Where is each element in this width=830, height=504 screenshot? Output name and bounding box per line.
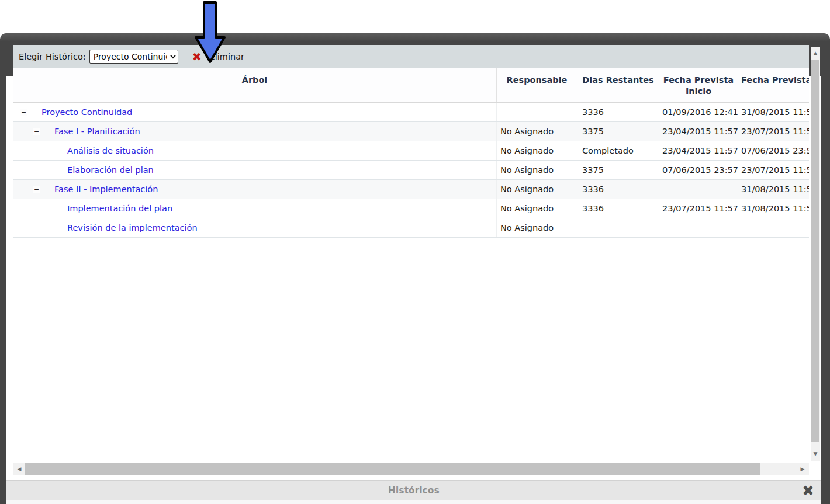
historico-select[interactable]: Proyecto Continuidad bbox=[89, 50, 178, 64]
table-header-row: Árbol Responsable Dias Restantes Fecha P… bbox=[13, 68, 809, 103]
fecha-inicio-cell: 01/09/2016 12:41:35 bbox=[659, 103, 738, 121]
vertical-scrollbar-thumb[interactable] bbox=[811, 60, 819, 442]
responsable-cell: No Asignado bbox=[497, 161, 577, 179]
tree-cell: Elaboración del plan bbox=[13, 161, 497, 179]
table-row: Análisis de situaciónNo AsignadoCompleta… bbox=[13, 141, 809, 161]
header-responsable: Responsable bbox=[497, 68, 577, 102]
dialog-title-bar: Históricos ✖ bbox=[6, 480, 821, 500]
collapse-toggle-icon[interactable]: − bbox=[33, 186, 40, 193]
scroll-right-button[interactable]: ▶ bbox=[797, 463, 808, 475]
table-row: Revisión de la implementaciónNo Asignado bbox=[13, 218, 809, 238]
page: Elegir Histórico: Proyecto Continuidad ✖… bbox=[0, 0, 830, 504]
fecha-inicio-cell: 23/04/2015 11:57:56 bbox=[659, 122, 738, 141]
fecha-fin-cell: 31/08/2015 11:57:56 bbox=[738, 199, 809, 218]
table-row: −Fase I - PlanificaciónNo Asignado337523… bbox=[13, 122, 809, 141]
tree-node-link[interactable]: Fase I - Planificación bbox=[54, 127, 140, 136]
tree-table: Árbol Responsable Dias Restantes Fecha P… bbox=[13, 68, 809, 238]
dias-restantes-cell: Completado bbox=[577, 141, 659, 160]
tree-node-link[interactable]: Análisis de situación bbox=[67, 146, 154, 155]
dias-restantes-cell: 3336 bbox=[577, 199, 659, 218]
tree-cell: Implementación del plan bbox=[13, 199, 497, 218]
elegir-historico-label: Elegir Histórico: bbox=[19, 52, 86, 61]
horizontal-scrollbar[interactable]: ◀ ▶ bbox=[13, 463, 809, 475]
responsable-cell bbox=[497, 103, 577, 121]
header-fecha-prevista-fin: Fecha Prevista Fin bbox=[738, 68, 809, 102]
table-left-border bbox=[13, 68, 13, 461]
fecha-inicio-cell: 07/06/2015 23:57:56 bbox=[659, 161, 738, 179]
tree-cell: Revisión de la implementación bbox=[13, 218, 497, 237]
table-row: −Proyecto Continuidad333601/09/2016 12:4… bbox=[13, 103, 809, 122]
fecha-fin-cell bbox=[738, 218, 809, 237]
tree-node-link[interactable]: Revisión de la implementación bbox=[67, 223, 198, 232]
tree-node-link[interactable]: Elaboración del plan bbox=[67, 165, 154, 175]
close-icon[interactable]: ✖ bbox=[802, 481, 814, 500]
fecha-fin-cell: 23/07/2015 11:57:56 bbox=[738, 161, 809, 179]
collapse-toggle-icon[interactable]: − bbox=[20, 109, 27, 116]
header-arbol: Árbol bbox=[13, 68, 497, 102]
dialog-title: Históricos bbox=[6, 481, 821, 500]
fecha-inicio-cell bbox=[659, 180, 738, 199]
responsable-cell: No Asignado bbox=[497, 180, 577, 199]
dias-restantes-cell: 3375 bbox=[577, 161, 659, 179]
tree-cell: −Fase I - Planificación bbox=[13, 122, 497, 141]
scroll-left-button[interactable]: ◀ bbox=[14, 463, 25, 475]
fecha-inicio-cell: 23/04/2015 11:57:56 bbox=[659, 141, 738, 160]
dias-restantes-cell bbox=[577, 218, 659, 237]
vertical-scrollbar[interactable]: ▲ ▼ bbox=[811, 47, 820, 461]
fecha-fin-cell: 23/07/2015 11:57:56 bbox=[738, 122, 809, 141]
tree-cell: −Proyecto Continuidad bbox=[13, 103, 497, 121]
fecha-inicio-cell: 23/07/2015 11:57:56 bbox=[659, 199, 738, 218]
fecha-fin-cell: 07/06/2015 23:57:56 bbox=[738, 141, 809, 160]
fecha-inicio-cell bbox=[659, 218, 738, 237]
header-dias-restantes: Dias Restantes bbox=[577, 68, 659, 102]
tree-node-link[interactable]: Proyecto Continuidad bbox=[42, 107, 132, 117]
annotation-arrow-down-icon bbox=[194, 0, 227, 65]
table-row: Elaboración del planNo Asignado337507/06… bbox=[13, 161, 809, 180]
fecha-fin-cell: 31/08/2015 11:57:56 bbox=[738, 103, 809, 121]
responsable-cell: No Asignado bbox=[497, 122, 577, 141]
tree-node-link[interactable]: Fase II - Implementación bbox=[54, 185, 158, 194]
toolbar: Elegir Histórico: Proyecto Continuidad ✖… bbox=[13, 45, 809, 68]
dias-restantes-cell: 3336 bbox=[577, 103, 659, 121]
horizontal-scrollbar-thumb[interactable] bbox=[25, 463, 760, 475]
bottom-strip bbox=[6, 500, 821, 504]
scroll-down-button[interactable]: ▼ bbox=[811, 449, 820, 459]
responsable-cell: No Asignado bbox=[497, 218, 577, 237]
tree-cell: −Fase II - Implementación bbox=[13, 180, 497, 199]
tree-node-link[interactable]: Implementación del plan bbox=[67, 204, 172, 213]
table-body: −Proyecto Continuidad333601/09/2016 12:4… bbox=[13, 103, 809, 238]
responsable-cell: No Asignado bbox=[497, 141, 577, 160]
table-row: −Fase II - ImplementaciónNo Asignado3336… bbox=[13, 180, 809, 199]
tree-cell: Análisis de situación bbox=[13, 141, 497, 160]
header-fecha-prevista-inicio: Fecha Prevista Inicio bbox=[659, 68, 738, 102]
dias-restantes-cell: 3375 bbox=[577, 122, 659, 141]
scroll-up-button[interactable]: ▲ bbox=[811, 48, 820, 58]
responsable-cell: No Asignado bbox=[497, 199, 577, 218]
collapse-toggle-icon[interactable]: − bbox=[33, 128, 40, 135]
fecha-fin-cell: 31/08/2015 11:57:56 bbox=[738, 180, 809, 199]
dias-restantes-cell: 3336 bbox=[577, 180, 659, 199]
table-row: Implementación del planNo Asignado333623… bbox=[13, 199, 809, 218]
